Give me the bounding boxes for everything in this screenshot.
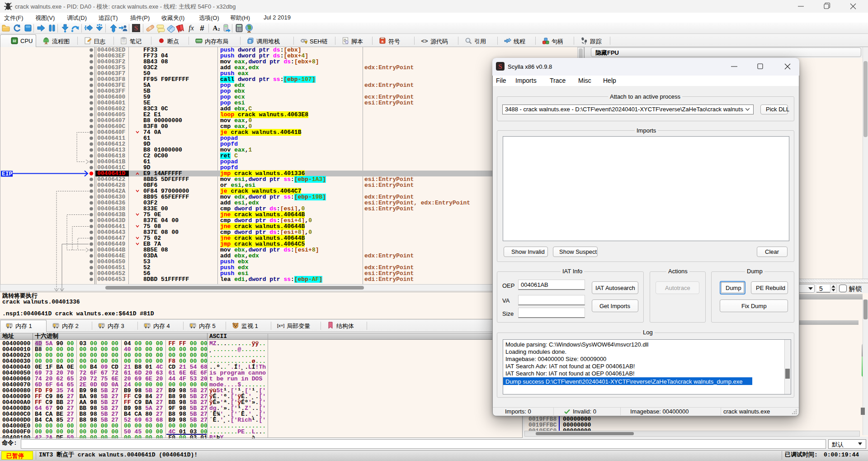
svg-text:a: a xyxy=(382,39,384,43)
svg-text:2: 2 xyxy=(218,27,220,32)
svg-text:!: ! xyxy=(306,41,307,44)
svg-text:<>: <> xyxy=(421,38,428,44)
svg-text:fx: fx xyxy=(189,24,194,32)
svg-text:#: # xyxy=(200,24,204,33)
svg-text:S: S xyxy=(134,24,138,32)
svg-text:32: 32 xyxy=(13,39,16,43)
svg-text:A: A xyxy=(213,24,218,32)
svg-text:S: S xyxy=(498,63,502,70)
svg-text:[x=]: [x=] xyxy=(277,323,284,328)
svg-text:EIP: EIP xyxy=(2,171,13,177)
